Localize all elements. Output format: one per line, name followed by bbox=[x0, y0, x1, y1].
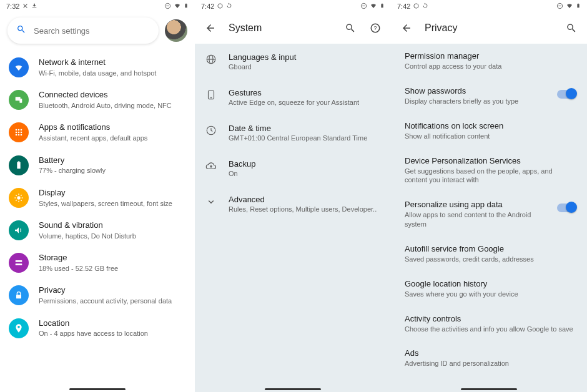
status-time: 7:32 bbox=[6, 2, 19, 10]
row-title: Apps & notifications bbox=[39, 122, 186, 133]
system-item-advanced[interactable]: AdvancedRules, Reset options, Multiple u… bbox=[195, 186, 391, 222]
settings-list: Network & internetWi-Fi, mobile, data us… bbox=[0, 49, 195, 392]
system-list: Languages & inputGboard GesturesActive E… bbox=[195, 44, 391, 392]
search-input[interactable] bbox=[34, 26, 150, 36]
settings-item-privacy[interactable]: PrivacyPermissions, account activity, pe… bbox=[0, 279, 195, 311]
svg-rect-2 bbox=[185, 4, 187, 7]
settings-item-display[interactable]: DisplayStyles, wallpapers, screen timeou… bbox=[0, 182, 195, 214]
settings-item-connected[interactable]: Connected devicesBluetooth, Android Auto… bbox=[0, 84, 195, 116]
wifi-icon bbox=[9, 57, 29, 77]
row-title: Display bbox=[39, 188, 186, 198]
svg-point-8 bbox=[21, 129, 22, 131]
status-time: 7:42 bbox=[201, 2, 214, 10]
status-bar: 7:42 bbox=[391, 0, 587, 12]
svg-point-40 bbox=[210, 97, 212, 99]
row-sub: Volume, haptics, Do Not Disturb bbox=[39, 232, 186, 240]
row-title: Date & time bbox=[229, 124, 381, 133]
wifi-icon bbox=[370, 2, 377, 11]
privacy-item-location-history[interactable]: Google location historySaves where you g… bbox=[391, 272, 587, 306]
wifi-icon bbox=[566, 2, 573, 11]
row-title: Gestures bbox=[229, 88, 381, 97]
system-screen: 7:42 System ? Languages & inputGboard Ge… bbox=[195, 0, 391, 392]
row-title: Activity controls bbox=[405, 314, 576, 323]
svg-line-22 bbox=[16, 195, 16, 195]
devices-icon bbox=[9, 90, 29, 110]
row-title: Personalize using app data bbox=[405, 200, 550, 209]
privacy-item-ads[interactable]: AdsAdvertising ID and personalization bbox=[391, 341, 587, 376]
google-icon bbox=[217, 2, 224, 11]
system-item-languages[interactable]: Languages & inputGboard bbox=[195, 44, 391, 79]
row-title: Autofill service from Google bbox=[405, 244, 576, 253]
privacy-list: Permission managerControl app access to … bbox=[391, 44, 587, 392]
row-title: Languages & input bbox=[229, 52, 381, 62]
page-title: Privacy bbox=[425, 22, 553, 34]
clock-icon bbox=[205, 124, 217, 137]
svg-point-14 bbox=[21, 134, 22, 136]
wifi-icon bbox=[174, 2, 181, 11]
svg-rect-15 bbox=[17, 162, 20, 169]
nav-handle[interactable] bbox=[69, 388, 126, 390]
toggle-personalize-app-data[interactable] bbox=[557, 203, 576, 212]
gesture-icon bbox=[205, 89, 217, 101]
row-sub: Permissions, account activity, personal … bbox=[39, 296, 186, 305]
settings-item-location[interactable]: LocationOn - 4 apps have access to locat… bbox=[0, 312, 195, 345]
system-item-gestures[interactable]: GesturesActive Edge on, squeeze for your… bbox=[195, 79, 391, 115]
brightness-icon bbox=[9, 188, 29, 208]
svg-rect-32 bbox=[381, 4, 383, 7]
search-button[interactable] bbox=[565, 21, 578, 35]
app-bar: System ? bbox=[195, 12, 391, 44]
svg-rect-27 bbox=[16, 264, 22, 266]
privacy-item-personalize-app-data[interactable]: Personalize using app dataAllow apps to … bbox=[391, 192, 587, 237]
dnd-icon bbox=[164, 2, 171, 11]
system-item-datetime[interactable]: Date & timeGMT+01:00 Central European St… bbox=[195, 115, 391, 150]
sync-icon bbox=[422, 2, 428, 10]
svg-point-29 bbox=[218, 3, 222, 7]
row-sub: Allow apps to send content to the Androi… bbox=[405, 210, 550, 229]
chevron-down-icon bbox=[205, 195, 217, 208]
help-button[interactable]: ? bbox=[368, 21, 382, 35]
settings-main-screen: 7:32 Network & internetWi-Fi, mobile, da… bbox=[0, 0, 195, 392]
search-field[interactable] bbox=[7, 17, 159, 44]
privacy-item-activity-controls[interactable]: Activity controlsChoose the activities a… bbox=[391, 306, 587, 341]
search-button[interactable] bbox=[343, 21, 357, 35]
svg-rect-3 bbox=[185, 4, 186, 4]
row-title: Advanced bbox=[229, 195, 381, 204]
settings-item-network[interactable]: Network & internetWi-Fi, mobile, data us… bbox=[0, 51, 195, 84]
row-title: Google location history bbox=[405, 279, 576, 288]
svg-rect-26 bbox=[16, 260, 22, 262]
privacy-item-permission-manager[interactable]: Permission managerControl app access to … bbox=[391, 44, 587, 79]
row-sub: Styles, wallpapers, screen timeout, font… bbox=[39, 199, 186, 208]
row-title: Location bbox=[39, 318, 186, 329]
svg-point-42 bbox=[414, 3, 418, 7]
dnd-icon bbox=[556, 2, 563, 11]
settings-item-apps[interactable]: Apps & notificationsAssistant, recent ap… bbox=[0, 116, 195, 149]
back-button[interactable] bbox=[204, 21, 217, 35]
privacy-item-device-personalization[interactable]: Device Personalization ServicesGet sugge… bbox=[391, 149, 587, 193]
privacy-item-show-passwords[interactable]: Show passwordsDisplay characters briefly… bbox=[391, 79, 587, 114]
system-item-backup[interactable]: BackupOn bbox=[195, 150, 391, 186]
row-sub: 18% used - 52.52 GB free bbox=[39, 264, 186, 273]
privacy-item-lock-notifications[interactable]: Notifications on lock screenShow all not… bbox=[391, 114, 587, 149]
nav-handle[interactable] bbox=[461, 388, 517, 390]
svg-point-13 bbox=[18, 134, 20, 136]
apps-icon bbox=[9, 122, 29, 142]
nav-handle[interactable] bbox=[265, 388, 321, 390]
svg-point-6 bbox=[16, 129, 17, 131]
settings-item-storage[interactable]: Storage18% used - 52.52 GB free bbox=[0, 247, 195, 279]
settings-item-sound[interactable]: Sound & vibrationVolume, haptics, Do Not… bbox=[0, 214, 195, 247]
svg-line-24 bbox=[16, 200, 16, 200]
battery-icon bbox=[380, 2, 385, 11]
privacy-item-autofill[interactable]: Autofill service from GoogleSaved passwo… bbox=[391, 237, 587, 272]
globe-icon bbox=[205, 53, 217, 66]
row-sub: Active Edge on, squeeze for your Assista… bbox=[229, 99, 381, 106]
row-sub: Gboard bbox=[229, 63, 381, 71]
svg-point-12 bbox=[16, 134, 17, 136]
svg-rect-28 bbox=[16, 295, 21, 299]
settings-item-battery[interactable]: Battery77% - charging slowly bbox=[0, 149, 195, 182]
toggle-show-passwords[interactable] bbox=[557, 90, 576, 99]
row-sub: Assistant, recent apps, default apps bbox=[39, 134, 186, 142]
status-time: 7:42 bbox=[397, 2, 410, 10]
profile-avatar[interactable] bbox=[165, 19, 187, 42]
back-button[interactable] bbox=[400, 21, 413, 35]
row-sub: Rules, Reset options, Multiple users, De… bbox=[229, 205, 381, 213]
